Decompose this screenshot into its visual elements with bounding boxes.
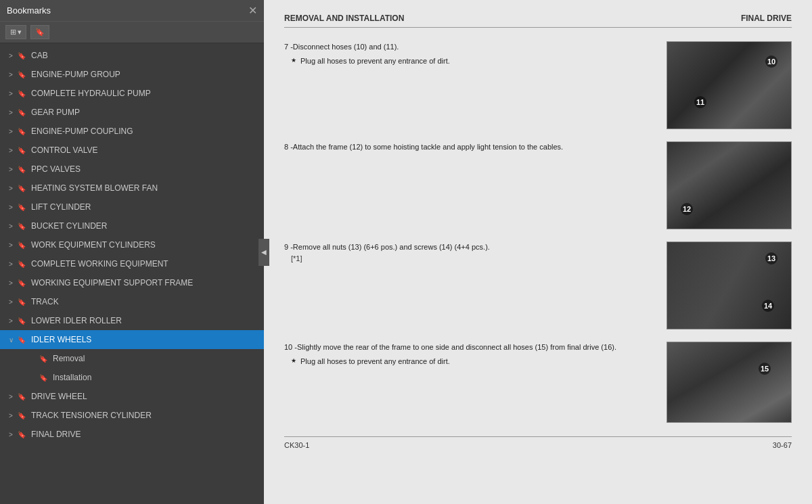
bookmark-icon: 🔖: [16, 128, 27, 135]
expand-arrow: >: [5, 52, 16, 60]
step-text-step-7: 7 -Disconnect hoses (10) and (11).Plug a…: [284, 41, 657, 66]
sidebar-item-label: COMPLETE HYDRAULIC PUMP: [31, 89, 260, 98]
image-callout-11: 11: [694, 96, 706, 108]
expand-arrow: >: [5, 128, 16, 135]
sidebar-header: Bookmarks ✕: [0, 0, 264, 22]
expand-arrow: >: [5, 204, 16, 211]
page-header: REMOVAL AND INSTALLATION FINAL DRIVE: [284, 14, 792, 28]
bookmark-icon: 🔖: [16, 223, 27, 230]
sidebar-item-label: COMPLETE WORKING EQUIPMENT: [31, 259, 260, 269]
expand-arrow: >: [5, 109, 16, 116]
sections-container: 7 -Disconnect hoses (10) and (11).Plug a…: [284, 41, 792, 423]
image-placeholder: 1314: [667, 242, 791, 329]
sidebar-item-work-equipment-cylinders[interactable]: >🔖WORK EQUIPMENT CYLINDERS: [0, 235, 264, 254]
sidebar-item-removal[interactable]: 🔖Removal: [0, 349, 264, 368]
step-image-step-9: 1314: [667, 242, 792, 329]
close-icon[interactable]: ✕: [248, 4, 257, 17]
bookmark-icon: 🔖: [16, 52, 27, 60]
bookmark-icon: 🔖: [16, 147, 27, 154]
bookmark-settings-button[interactable]: 🔖: [30, 25, 49, 39]
sidebar-list[interactable]: >🔖CAB>🔖ENGINE-PUMP GROUP>🔖COMPLETE HYDRA…: [0, 43, 264, 504]
bookmark-icon: 🔖: [16, 317, 27, 325]
sidebar-item-engine-pump-coupling[interactable]: >🔖ENGINE-PUMP COUPLING: [0, 122, 264, 141]
sidebar-item-installation[interactable]: 🔖Installation: [0, 368, 264, 387]
sidebar-item-cab[interactable]: >🔖CAB: [0, 46, 264, 65]
image-callout-10: 10: [765, 55, 777, 68]
expand-arrow: >: [5, 260, 16, 268]
expand-arrow: >: [5, 412, 16, 419]
sidebar-item-gear-pump[interactable]: >🔖GEAR PUMP: [0, 103, 264, 122]
expand-arrow: >: [5, 298, 16, 306]
main-content: REMOVAL AND INSTALLATION FINAL DRIVE 7 -…: [264, 0, 812, 504]
sidebar-item-complete-working-equipment[interactable]: >🔖COMPLETE WORKING EQUIPMENT: [0, 254, 264, 273]
sidebar-item-label: PPC VALVES: [31, 164, 260, 174]
image-callout-12: 12: [681, 203, 693, 215]
bookmark-icon: 🔖: [16, 204, 27, 211]
bookmark-icon: 🔖: [16, 412, 27, 419]
header-right: FINAL DRIVE: [741, 14, 792, 23]
step-description: 7 -Disconnect hoses (10) and (11).: [284, 41, 657, 53]
image-placeholder: 15: [667, 342, 791, 422]
sidebar-item-label: Installation: [53, 373, 260, 382]
sidebar-item-lower-idler-roller[interactable]: >🔖LOWER IDLER ROLLER: [0, 311, 264, 330]
sidebar-item-idler-wheels[interactable]: ∨🔖IDLER WHEELS: [0, 330, 264, 349]
sidebar-item-complete-hydraulic-pump[interactable]: >🔖COMPLETE HYDRAULIC PUMP: [0, 84, 264, 103]
header-left: REMOVAL AND INSTALLATION: [284, 14, 404, 23]
sidebar-item-track-tensioner-cylinder[interactable]: >🔖TRACK TENSIONER CYLINDER: [0, 406, 264, 425]
content-section-step-10: 10 -Slightly move the rear of the frame …: [284, 342, 792, 423]
image-callout-14: 14: [762, 300, 774, 312]
content-section-step-7: 7 -Disconnect hoses (10) and (11).Plug a…: [284, 41, 792, 129]
bookmark-icon: 🔖: [38, 374, 49, 382]
bookmark-icon-btn: 🔖: [35, 28, 45, 37]
bookmark-icon: 🔖: [16, 90, 27, 97]
sidebar-item-ppc-valves[interactable]: >🔖PPC VALVES: [0, 160, 264, 179]
sidebar-item-label: FINAL DRIVE: [31, 430, 260, 439]
bookmark-icon: 🔖: [16, 431, 27, 438]
sidebar-item-engine-pump-group[interactable]: >🔖ENGINE-PUMP GROUP: [0, 65, 264, 84]
sidebar-item-label: WORK EQUIPMENT CYLINDERS: [31, 240, 260, 250]
sidebar-item-control-valve[interactable]: >🔖CONTROL VALVE: [0, 141, 264, 160]
expand-arrow: >: [5, 223, 16, 230]
sidebar-item-drive-wheel[interactable]: >🔖DRIVE WHEEL: [0, 387, 264, 406]
expand-arrow: >: [5, 242, 16, 249]
sidebar-item-label: TRACK TENSIONER CYLINDER: [31, 411, 260, 420]
expand-arrow: >: [5, 431, 16, 438]
step-bullet: Plug all hoses to prevent any entrance o…: [291, 356, 657, 367]
expand-arrow: >: [5, 71, 16, 78]
step-description: 8 -Attach the frame (12) to some hoistin…: [284, 141, 657, 153]
sidebar-item-label: LIFT CYLINDER: [31, 202, 260, 212]
sidebar-item-heating-system-blower-fan[interactable]: >🔖HEATING SYSTEM BLOWER FAN: [0, 179, 264, 198]
sidebar-item-label: IDLER WHEELS: [31, 335, 260, 344]
footer-right: 30-67: [773, 441, 792, 449]
bookmark-icon: 🔖: [16, 279, 27, 287]
sidebar-item-final-drive[interactable]: >🔖FINAL DRIVE: [0, 425, 264, 444]
expand-all-button[interactable]: ⊞▾: [5, 25, 26, 39]
bookmark-icon: 🔖: [16, 166, 27, 173]
step-reference: [*1]: [291, 253, 657, 265]
sidebar-title: Bookmarks: [7, 5, 51, 16]
step-description: 9 -Remove all nuts (13) (6+6 pos.) and s…: [284, 242, 657, 253]
step-bullet: Plug all hoses to prevent any entrance o…: [291, 55, 657, 67]
sidebar-item-label: TRACK: [31, 297, 260, 306]
expand-arrow: >: [5, 317, 16, 325]
sidebar-item-label: HEATING SYSTEM BLOWER FAN: [31, 183, 260, 193]
expand-arrow: ∨: [5, 336, 16, 344]
image-placeholder: 1011: [667, 42, 791, 129]
sidebar-item-label: BUCKET CYLINDER: [31, 221, 260, 231]
sidebar-item-working-equipment-support-frame[interactable]: >🔖WORKING EQUIPMENT SUPPORT FRAME: [0, 273, 264, 292]
sidebar-item-bucket-cylinder[interactable]: >🔖BUCKET CYLINDER: [0, 216, 264, 235]
sidebar-item-lift-cylinder[interactable]: >🔖LIFT CYLINDER: [0, 198, 264, 216]
list-icon: ⊞: [10, 28, 16, 37]
sidebar-item-label: Removal: [53, 354, 260, 363]
bookmark-icon: 🔖: [16, 260, 27, 268]
bookmark-icon: 🔖: [16, 185, 27, 192]
bookmark-icon: 🔖: [16, 242, 27, 249]
collapse-panel-button[interactable]: ◀: [258, 239, 269, 266]
bookmark-icon: 🔖: [16, 393, 27, 400]
content-section-step-8: 8 -Attach the frame (12) to some hoistin…: [284, 141, 792, 229]
step-text-step-10: 10 -Slightly move the rear of the frame …: [284, 342, 657, 367]
expand-arrow: >: [5, 90, 16, 97]
image-callout-15: 15: [759, 363, 771, 375]
sidebar-item-track[interactable]: >🔖TRACK: [0, 292, 264, 311]
bookmark-icon: 🔖: [16, 298, 27, 306]
